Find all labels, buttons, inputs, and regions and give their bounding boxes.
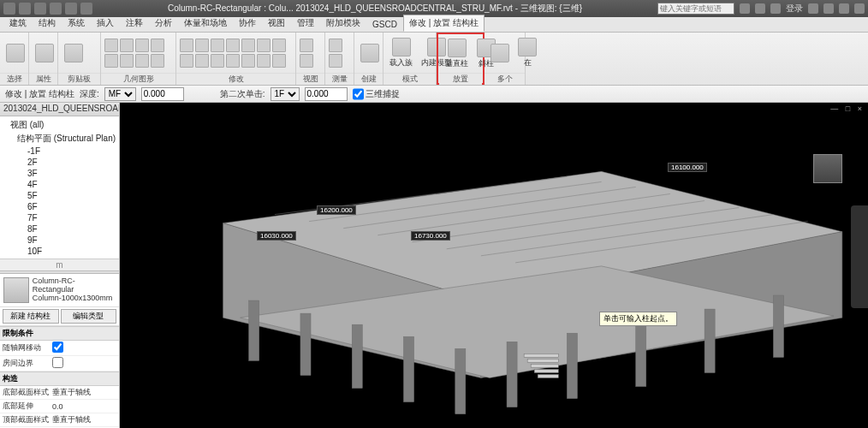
new-instance-label[interactable]: 新建 结构柱 (3, 309, 59, 324)
second-input[interactable] (305, 87, 348, 101)
qat-print-icon[interactable] (80, 3, 92, 15)
viewport-3d[interactable]: — □ × (120, 103, 868, 428)
tab-manage[interactable]: 管理 (291, 15, 320, 32)
trim-single-icon[interactable] (195, 54, 209, 68)
delete-icon[interactable] (272, 54, 286, 68)
tree-level[interactable]: 7F (2, 212, 117, 223)
close-icon[interactable] (854, 3, 865, 14)
offset-icon[interactable] (195, 39, 209, 52)
panel-create-title: 创建 (354, 73, 383, 85)
move-icon[interactable] (241, 39, 255, 52)
create-button[interactable] (358, 42, 382, 64)
tab-insert[interactable]: 插入 (91, 15, 120, 32)
top-cut-value[interactable]: 垂直于轴线 (52, 414, 116, 425)
measure-icon[interactable] (329, 39, 342, 52)
cut-geom-icon[interactable] (120, 39, 134, 52)
depth-input[interactable] (141, 87, 184, 101)
app-icon[interactable] (3, 3, 15, 15)
tree-level[interactable]: -1F (2, 146, 117, 157)
tab-gscd[interactable]: GSCD (366, 17, 403, 32)
dim-annotation[interactable]: 16100.000 (668, 163, 707, 172)
navigation-bar[interactable] (851, 205, 868, 308)
paste-button[interactable] (62, 42, 86, 64)
wall-join-icon[interactable] (151, 39, 164, 52)
tab-architecture[interactable]: 建筑 (3, 15, 33, 32)
mirror-pick-icon[interactable] (211, 39, 224, 52)
cope-icon[interactable] (104, 39, 118, 52)
login-link[interactable]: 登录 (786, 3, 803, 15)
trim-extend-icon[interactable] (180, 54, 193, 68)
rotate-icon[interactable] (272, 39, 286, 52)
properties-button[interactable] (33, 42, 56, 64)
load-family-button[interactable]: 载入族 (387, 36, 415, 70)
override-icon[interactable] (300, 54, 313, 68)
help-search-input[interactable] (657, 3, 734, 15)
room-bounding-checkbox[interactable] (52, 357, 63, 368)
demolish-icon[interactable] (135, 54, 149, 68)
tab-collaborate[interactable]: 协作 (233, 15, 262, 32)
view-cube[interactable] (813, 154, 842, 183)
hide-icon[interactable] (300, 39, 313, 52)
move-with-grid-checkbox[interactable] (52, 342, 63, 353)
favorite-icon[interactable] (770, 3, 781, 14)
browser-tree[interactable]: 视图 (all) 结构平面 (Structural Plan) -1F 2F 3… (0, 116, 119, 259)
align-icon[interactable] (151, 54, 164, 68)
tab-systems[interactable]: 系统 (62, 15, 91, 32)
tree-level[interactable]: 9F (2, 235, 117, 246)
tree-group[interactable]: 结构平面 (Structural Plan) (2, 132, 117, 146)
tree-level[interactable]: 5F (2, 190, 117, 201)
select-button[interactable] (3, 42, 27, 64)
dim-annotation[interactable]: 16730.000 (411, 231, 450, 241)
dim-annotation[interactable]: 16030.000 (257, 231, 296, 241)
type-selector[interactable]: Column-RC-RectangularColumn-1000x1300mm (0, 274, 119, 307)
tree-level[interactable]: 3F (2, 168, 117, 179)
tab-structure[interactable]: 结构 (33, 15, 62, 32)
array-icon[interactable] (226, 54, 240, 68)
copy-tool-icon[interactable] (257, 39, 271, 52)
pin-icon[interactable] (257, 54, 271, 68)
base-ext-value[interactable]: 0.0 (52, 402, 116, 411)
join-icon[interactable] (135, 39, 149, 52)
tab-annotate[interactable]: 注释 (120, 15, 149, 32)
edit-type-button[interactable]: 编辑类型 (61, 309, 117, 324)
model-canvas[interactable] (120, 103, 868, 428)
tab-view[interactable]: 视图 (262, 15, 291, 32)
at-grids-button[interactable] (488, 42, 512, 64)
second-select[interactable]: 1F (271, 87, 300, 101)
tree-level[interactable]: 8F (2, 223, 117, 235)
help-icon[interactable] (808, 3, 818, 14)
subscription-icon[interactable] (755, 3, 765, 14)
tab-modify-place-column[interactable]: 修改 | 放置 结构柱 (403, 15, 485, 32)
dimension-icon[interactable] (329, 54, 342, 68)
minimize-icon[interactable] (823, 3, 834, 14)
mirror-draw-icon[interactable] (226, 39, 240, 52)
tree-level[interactable]: 6F (2, 201, 117, 212)
split-icon[interactable] (211, 54, 224, 68)
tab-analyze[interactable]: 分析 (149, 15, 178, 32)
snap3d-checkbox[interactable]: 三维捕捉 (353, 87, 400, 101)
dim-annotation[interactable]: 16200.000 (317, 205, 356, 215)
browser-header[interactable]: 2013024_HLD_QUEENSROADCE... (0, 103, 119, 116)
maximize-icon[interactable] (839, 3, 849, 14)
qat-save-icon[interactable] (34, 3, 46, 15)
browser-hscroll[interactable]: m (0, 259, 119, 270)
search-icon[interactable] (740, 3, 750, 14)
tree-level[interactable]: 4F (2, 179, 117, 190)
tab-addins[interactable]: 附加模块 (320, 15, 366, 32)
at-columns-button[interactable]: 在 (515, 36, 539, 70)
depth-select[interactable]: MF (104, 87, 136, 101)
tree-root[interactable]: 视图 (all) (2, 118, 117, 132)
split-face-icon[interactable] (104, 54, 118, 68)
qat-undo-icon[interactable] (50, 3, 62, 15)
svg-rect-26 (538, 374, 558, 377)
vertical-column-button[interactable]: 垂直柱 (443, 37, 471, 71)
align-tool-icon[interactable] (180, 39, 193, 52)
tab-massing[interactable]: 体量和场地 (178, 15, 233, 32)
tree-level[interactable]: 2F (2, 157, 117, 168)
scale-icon[interactable] (241, 54, 255, 68)
qat-redo-icon[interactable] (65, 3, 77, 15)
tree-level[interactable]: 10F (2, 246, 117, 257)
qat-open-icon[interactable] (19, 3, 31, 15)
base-cut-value[interactable]: 垂直于轴线 (52, 387, 116, 398)
paint-icon[interactable] (120, 54, 134, 68)
